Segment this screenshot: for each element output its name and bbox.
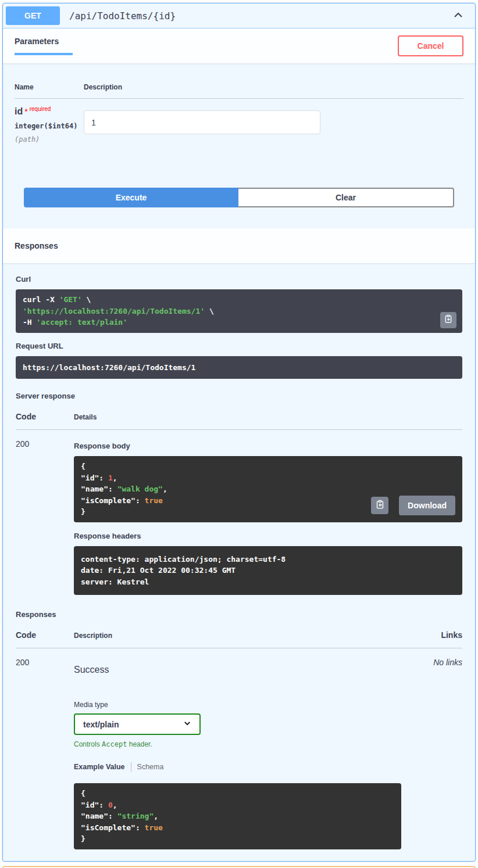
server-response-table-header: Code Details — [16, 406, 462, 430]
parameter-row-id: id*required integer($int64) (path) — [15, 99, 463, 144]
get-method-badge: GET — [6, 6, 60, 25]
links-column-header: Links — [416, 630, 462, 640]
curl-label: Curl — [16, 275, 462, 284]
parameters-area: Name Description id*required integer($in… — [3, 63, 475, 155]
copy-to-clipboard-icon — [375, 500, 385, 511]
tab-separator — [131, 762, 131, 772]
active-tab-indicator — [15, 53, 73, 55]
code-column-header: Code — [16, 630, 74, 640]
response-description: Success — [74, 665, 416, 675]
response-links: No links — [416, 658, 462, 849]
server-response-row: 200 Response body { "id": 1, "name": "wa… — [16, 430, 462, 597]
media-type-value: text/plain — [83, 720, 119, 729]
response-description-cell: Success Media type text/plain Controls A… — [74, 658, 416, 849]
clear-button[interactable]: Clear — [238, 188, 454, 207]
parameters-table-header: Name Description — [15, 75, 463, 99]
example-value-block: { "id": 0, "name": "string", "isComplete… — [74, 783, 401, 849]
execute-button[interactable]: Execute — [24, 188, 238, 207]
description-column-header: Description — [84, 83, 122, 91]
get-endpoint-summary[interactable]: GET /api/TodoItems/{id} — [3, 3, 475, 28]
download-button[interactable]: Download — [399, 496, 455, 515]
details-column-header: Details — [74, 413, 462, 421]
request-url-label: Request URL — [16, 342, 462, 350]
media-type-select[interactable]: text/plain — [74, 713, 201, 735]
parameter-description-cell — [84, 106, 320, 144]
required-asterisk: * — [24, 107, 27, 116]
cancel-button[interactable]: Cancel — [398, 35, 463, 56]
request-url-block: https://localhost:7260/api/TodoItems/1 — [16, 356, 462, 379]
copy-response-button[interactable] — [371, 497, 388, 514]
copy-curl-button[interactable] — [440, 312, 456, 328]
responses-table-title: Responses — [16, 610, 462, 619]
responses-band-title: Responses — [15, 241, 58, 250]
response-headers-label: Response headers — [74, 532, 462, 540]
description-column-header: Description — [74, 632, 416, 640]
tab-example-value[interactable]: Example Value — [74, 763, 125, 771]
response-body-actions: Download — [371, 496, 455, 515]
parameter-location: (path) — [15, 135, 84, 144]
required-label: required — [30, 106, 51, 112]
server-response-details: Response body { "id": 1, "name": "walk d… — [74, 439, 462, 597]
get-endpoint-path: /api/TodoItems/{id} — [60, 10, 176, 21]
parameter-type: integer($int64) — [15, 122, 84, 130]
code-column-header: Code — [16, 412, 74, 421]
media-type-label: Media type — [74, 701, 416, 709]
chevron-up-icon — [452, 9, 464, 23]
model-example-tabs: Example Value Schema — [74, 762, 416, 772]
parameter-meta: id*required integer($int64) (path) — [15, 106, 84, 144]
swagger-page: GET /api/TodoItems/{id} Parameters Cance… — [0, 0, 478, 868]
collapse-endpoint-button[interactable] — [444, 7, 472, 25]
accept-note-code: Accept — [102, 740, 127, 748]
opblock-get-todoitems-id: GET /api/TodoItems/{id} Parameters Cance… — [2, 3, 476, 862]
parameters-section-header: Parameters Cancel — [3, 28, 475, 63]
tab-schema[interactable]: Schema — [137, 763, 164, 771]
response-body-label: Response body — [74, 442, 462, 450]
copy-to-clipboard-icon — [444, 314, 453, 325]
curl-command-block: curl -X 'GET' \ 'https://localhost:7260/… — [16, 289, 462, 333]
response-body-block: { "id": 1, "name": "walk dog", "isComple… — [74, 456, 462, 522]
responses-inner: Curl curl -X 'GET' \ 'https://localhost:… — [3, 263, 475, 861]
name-column-header: Name — [15, 83, 84, 91]
responses-table-row-200: 200 Success Media type text/plain Contro… — [16, 648, 462, 849]
accept-note-pre: Controls — [74, 740, 102, 748]
tab-parameters[interactable]: Parameters — [15, 37, 73, 55]
responses-section-header: Responses — [3, 228, 475, 263]
chevron-down-icon — [183, 719, 191, 729]
accept-note-post: header. — [127, 740, 152, 748]
execute-button-group: Execute Clear — [3, 176, 475, 219]
id-parameter-input[interactable] — [84, 110, 320, 134]
parameters-tab-label: Parameters — [15, 37, 73, 46]
parameter-name: id — [15, 106, 23, 116]
server-response-title: Server response — [16, 392, 462, 400]
server-response-status-code: 200 — [16, 439, 74, 597]
accept-header-note: Controls Accept header. — [74, 740, 416, 748]
response-headers-block: content-type: application/json; charset=… — [74, 546, 462, 596]
response-status-code: 200 — [16, 658, 74, 849]
responses-table-header: Code Description Links — [16, 625, 462, 648]
